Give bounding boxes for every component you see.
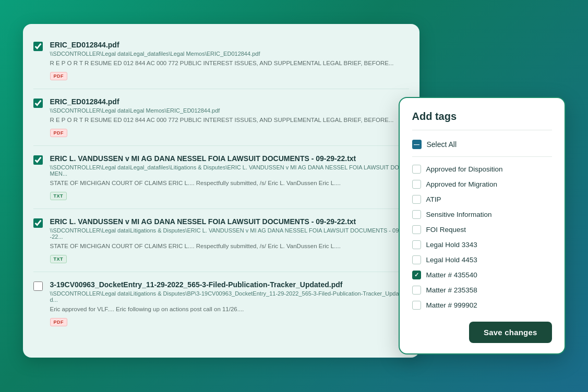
divider-top — [412, 130, 552, 130]
doc-title: ERIC L. VANDUSSEN v MI AG DANA NESSEL FO… — [50, 154, 409, 163]
tag-checkbox-legal-hold-3343[interactable] — [412, 240, 421, 249]
tag-item-legal-hold-4453[interactable]: Legal Hold 4453 — [412, 253, 552, 267]
tag-checkbox-matter-235358[interactable] — [412, 286, 421, 295]
divider-bottom — [412, 156, 552, 157]
doc-checkbox[interactable] — [33, 155, 43, 165]
doc-badge: PDF — [50, 318, 68, 326]
doc-path: \\SDCONTROLLER\Legal data\Legal_datafile… — [50, 164, 409, 177]
panel-title: Add tags — [412, 111, 552, 123]
tag-label-atip: ATIP — [426, 195, 441, 203]
doc-checkbox[interactable] — [33, 42, 43, 51]
add-tags-panel: Add tags Select All Approved for Disposi… — [399, 97, 566, 354]
select-all-row[interactable]: Select All — [412, 137, 552, 152]
doc-path: \\SDCONTROLLER\Legal data\Litigations & … — [50, 227, 409, 240]
tag-checkbox-approved-migration[interactable] — [412, 180, 421, 189]
tag-label-approved-disposition: Approved for Disposition — [426, 165, 503, 173]
doc-title: ERIC_ED012844.pdf — [50, 97, 409, 106]
tag-label-legal-hold-4453: Legal Hold 4453 — [426, 256, 477, 264]
doc-title: 3-19CV00963_DocketEntry_11-29-2022_565-3… — [50, 280, 409, 289]
tag-label-foi-request: FOI Request — [426, 226, 466, 234]
tag-item-sensitive-information[interactable]: Sensitive Information — [412, 207, 552, 222]
doc-badge: PDF — [50, 129, 68, 137]
list-item: 3-19CV00963_DocketEntry_11-29-2022_565-3… — [33, 272, 409, 335]
tag-item-foi-request[interactable]: FOI Request — [412, 223, 552, 237]
doc-preview: Eric approved for VLF.... Eric following… — [50, 305, 409, 313]
doc-title: ERIC L. VANDUSSEN v MI AG DANA NESSEL FO… — [50, 217, 409, 226]
doc-path: \\SDCONTROLLER\Legal data\Litigations & … — [50, 290, 409, 303]
doc-preview: R E P O R T R ESUME ED 012 844 AC 000 77… — [50, 59, 409, 67]
tag-item-matter-435540[interactable]: Matter # 435540 — [412, 268, 552, 282]
tag-label-matter-435540: Matter # 435540 — [426, 271, 477, 279]
select-all-label: Select All — [427, 140, 457, 149]
doc-content: ERIC L. VANDUSSEN v MI AG DANA NESSEL FO… — [50, 154, 409, 200]
tag-item-matter-235358[interactable]: Matter # 235358 — [412, 283, 552, 297]
tag-label-legal-hold-3343: Legal Hold 3343 — [426, 241, 477, 249]
doc-content: ERIC L. VANDUSSEN v MI AG DANA NESSEL FO… — [50, 217, 409, 263]
doc-preview: R E P O R T R ESUME ED 012 844 AC 000 77… — [50, 116, 409, 124]
doc-checkbox[interactable] — [33, 218, 43, 228]
doc-badge: TXT — [50, 192, 67, 200]
doc-title: ERIC_ED012844.pdf — [50, 41, 409, 49]
doc-content: 3-19CV00963_DocketEntry_11-29-2022_565-3… — [50, 280, 409, 326]
doc-preview: STATE OF MICHIGAN COURT OF CLAIMS ERIC L… — [50, 242, 409, 250]
document-panel: ERIC_ED012844.pdf\\SDCONTROLLER\Legal da… — [23, 24, 419, 358]
tag-list: Approved for DispositionApproved for Mig… — [412, 162, 552, 312]
main-container: ERIC_ED012844.pdf\\SDCONTROLLER\Legal da… — [23, 24, 566, 368]
list-item: ERIC_ED012844.pdf\\SDCONTROLLER\Legal da… — [33, 32, 409, 89]
save-btn-row: Save changes — [412, 322, 552, 343]
tag-checkbox-approved-disposition[interactable] — [412, 165, 421, 174]
tag-label-matter-235358: Matter # 235358 — [426, 286, 477, 294]
tag-item-approved-disposition[interactable]: Approved for Disposition — [412, 162, 552, 176]
tag-item-legal-hold-3343[interactable]: Legal Hold 3343 — [412, 238, 552, 252]
tag-item-matter-999902[interactable]: Matter # 999902 — [412, 298, 552, 312]
tag-checkbox-atip[interactable] — [412, 195, 421, 204]
tag-item-atip[interactable]: ATIP — [412, 192, 552, 206]
doc-preview: STATE OF MICHIGAN COURT OF CLAIMS ERIC L… — [50, 179, 409, 187]
tag-checkbox-sensitive-information[interactable] — [412, 210, 421, 219]
list-item: ERIC L. VANDUSSEN v MI AG DANA NESSEL FO… — [33, 146, 409, 209]
doc-badge: PDF — [50, 72, 68, 80]
tag-label-matter-999902: Matter # 999902 — [426, 301, 477, 309]
doc-path: \\SDCONTROLLER\Legal data\Legal_datafile… — [50, 51, 409, 57]
doc-checkbox[interactable] — [33, 281, 43, 291]
doc-path: \\SDCONTROLLER\Legal data\Legal Memos\ER… — [50, 107, 409, 114]
tag-checkbox-legal-hold-4453[interactable] — [412, 255, 421, 264]
tag-checkbox-matter-999902[interactable] — [412, 301, 421, 310]
select-all-icon[interactable] — [412, 140, 422, 149]
list-item: ERIC_ED012844.pdf\\SDCONTROLLER\Legal da… — [33, 89, 409, 146]
tag-label-approved-migration: Approved for Migration — [426, 180, 498, 188]
tag-checkbox-foi-request[interactable] — [412, 225, 421, 234]
doc-content: ERIC_ED012844.pdf\\SDCONTROLLER\Legal da… — [50, 41, 409, 80]
doc-badge: TXT — [50, 255, 67, 263]
tag-label-sensitive-information: Sensitive Information — [426, 211, 492, 218]
save-changes-button[interactable]: Save changes — [469, 322, 551, 343]
doc-checkbox[interactable] — [33, 99, 43, 108]
doc-content: ERIC_ED012844.pdf\\SDCONTROLLER\Legal da… — [50, 97, 409, 137]
tag-checkbox-matter-435540[interactable] — [412, 271, 421, 279]
list-item: ERIC L. VANDUSSEN v MI AG DANA NESSEL FO… — [33, 209, 409, 272]
document-list: ERIC_ED012844.pdf\\SDCONTROLLER\Legal da… — [23, 24, 419, 358]
tag-item-approved-migration[interactable]: Approved for Migration — [412, 177, 552, 191]
